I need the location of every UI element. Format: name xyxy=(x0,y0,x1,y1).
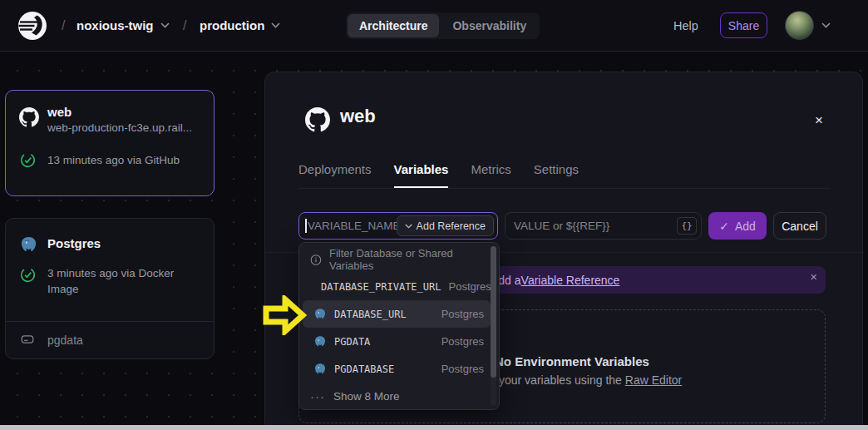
github-icon xyxy=(19,107,39,127)
panel-tab[interactable]: Variables xyxy=(394,162,449,188)
service-detail-panel: web × Deployments Variables Metrics Sett… xyxy=(264,72,863,430)
raw-editor-link[interactable]: Raw Editor xyxy=(625,373,682,387)
show-more-option[interactable]: ··· Show 8 More xyxy=(299,383,499,410)
reference-option[interactable]: PGDATA Postgres xyxy=(303,328,491,355)
service-name: Postgres xyxy=(47,236,101,250)
share-button[interactable]: Share xyxy=(720,12,767,38)
panel-tab[interactable]: Metrics xyxy=(471,162,510,188)
breadcrumb-environment[interactable]: production xyxy=(200,18,280,32)
empty-state-hint: your variables using the Raw Editor xyxy=(499,373,682,387)
reference-option[interactable]: DATABASE_PRIVATE_URL Postgres xyxy=(303,273,491,300)
panel-title: web xyxy=(340,106,376,127)
postgres-icon xyxy=(313,308,327,321)
service-card-postgres[interactable]: Postgres 3 minutes ago via Docker Image … xyxy=(5,218,215,359)
railway-logo-icon[interactable] xyxy=(17,11,47,41)
cancel-button[interactable]: Cancel xyxy=(773,212,826,240)
reference-option[interactable]: PGDATABASE Postgres xyxy=(303,355,491,383)
service-domain: web-production-fc3e.up.rail... xyxy=(47,121,210,134)
variable-name-field: Add Reference xyxy=(298,212,498,240)
chevron-down-icon xyxy=(405,224,412,229)
breadcrumb-project[interactable]: noxious-twig xyxy=(76,18,170,32)
empty-state-title: No Environment Variables xyxy=(495,354,649,368)
postgres-icon xyxy=(313,363,327,376)
annotation-arrow-icon xyxy=(262,295,307,335)
view-switcher: Architecture Observability xyxy=(346,12,540,39)
text-caret xyxy=(305,219,307,233)
view-tab[interactable]: Observability xyxy=(441,14,538,37)
add-variable-button[interactable]: ✓ Add xyxy=(708,212,767,240)
ellipsis-icon: ··· xyxy=(310,389,325,403)
top-navbar: / noxious-twig / production Architecture… xyxy=(0,0,868,52)
deploy-success-icon xyxy=(20,152,36,168)
deploy-success-icon xyxy=(20,267,36,283)
chevron-down-icon[interactable] xyxy=(821,22,831,28)
scrollbar-thumb[interactable] xyxy=(491,246,496,378)
variable-reference-banner: Add a Variable Reference × xyxy=(454,266,826,294)
panel-tab[interactable]: Deployments xyxy=(298,162,372,188)
variable-value-input[interactable] xyxy=(505,212,702,240)
panel-tabs: Deployments Variables Metrics Settings xyxy=(298,162,831,189)
close-icon[interactable]: × xyxy=(809,111,829,131)
app-window: / noxious-twig / production Architecture… xyxy=(0,0,868,430)
dropdown-scrollbar xyxy=(491,246,496,406)
postgres-icon xyxy=(19,235,38,255)
service-name: web xyxy=(47,105,72,119)
service-card-web[interactable]: web web-production-fc3e.up.rail... 13 mi… xyxy=(5,90,215,196)
user-avatar[interactable] xyxy=(785,11,814,40)
github-icon xyxy=(305,107,330,132)
canvas-right-margin xyxy=(864,52,868,430)
breadcrumb-separator: / xyxy=(62,18,65,33)
help-link[interactable]: Help xyxy=(673,19,698,32)
volume-icon xyxy=(20,332,35,347)
add-reference-button[interactable]: Add Reference xyxy=(397,215,494,236)
dropdown-filter-hint: Filter Database or Shared Variables xyxy=(299,246,499,273)
chevron-down-icon xyxy=(271,22,280,28)
breadcrumb-separator: / xyxy=(183,18,186,33)
reference-dropdown: Filter Database or Shared Variables DATA… xyxy=(298,242,500,410)
view-tab[interactable]: Architecture xyxy=(348,14,439,37)
reference-option[interactable]: DATABASE_URL Postgres xyxy=(303,300,491,328)
variable-value-field: {} xyxy=(505,212,702,240)
volume-name: pgdata xyxy=(47,334,83,347)
close-icon[interactable]: × xyxy=(810,269,817,284)
deploy-status: 3 minutes ago via Docker Image xyxy=(47,265,197,297)
info-icon xyxy=(310,254,322,266)
window-bottom-edge xyxy=(0,425,868,430)
dropdown-options: DATABASE_PRIVATE_URL Postgres DATABASE_U… xyxy=(299,273,499,383)
chevron-down-icon xyxy=(160,22,170,28)
check-icon: ✓ xyxy=(719,220,729,233)
braces-icon[interactable]: {} xyxy=(677,217,697,235)
variable-reference-link[interactable]: Variable Reference xyxy=(521,274,620,287)
postgres-icon xyxy=(313,335,327,348)
deploy-status: 13 minutes ago via GitHub xyxy=(47,152,197,168)
card-divider xyxy=(6,321,214,322)
panel-tab[interactable]: Settings xyxy=(534,162,579,188)
